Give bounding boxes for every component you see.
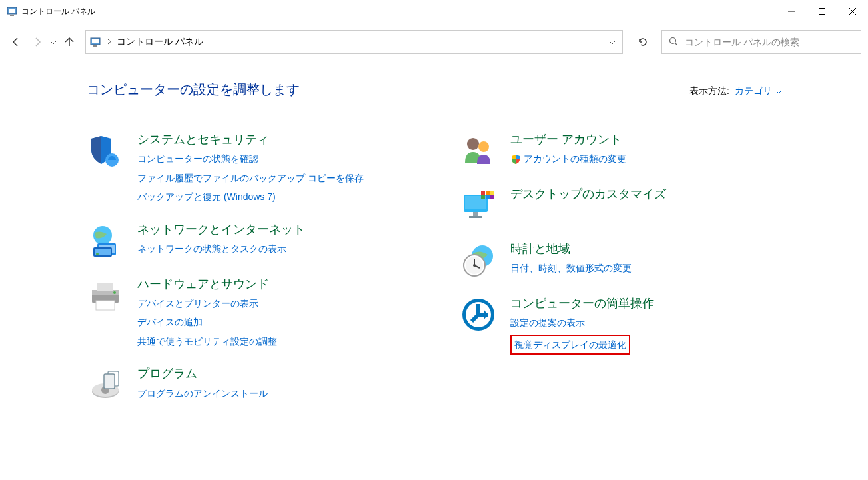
search-input[interactable] [685, 37, 861, 47]
category-programs: プログラム プログラムのアンインストール [87, 366, 406, 403]
category-column-right: ユーザー アカウント アカウントの種類の変更 デスクトップのカスタマイズ [460, 132, 779, 403]
category-link[interactable]: 共通で使うモビリティ設定の調整 [137, 334, 277, 349]
category-network: ネットワークとインターネット ネットワークの状態とタスクの表示 [87, 222, 406, 259]
maximize-button[interactable] [807, 0, 837, 23]
svg-point-46 [473, 264, 476, 267]
window-controls [776, 0, 868, 23]
printer-icon[interactable] [87, 277, 124, 314]
category-ease-of-access: コンピューターの簡単操作 設定の提案の表示 視覚ディスプレイの最適化 [460, 296, 779, 355]
category-link[interactable]: デバイスの追加 [137, 315, 277, 329]
svg-rect-36 [486, 191, 490, 195]
control-panel-icon [90, 36, 102, 48]
svg-rect-2 [10, 15, 14, 16]
view-mode-label: 表示方法: [689, 85, 729, 97]
refresh-button[interactable] [631, 30, 655, 54]
shield-icon[interactable] [87, 132, 124, 169]
category-title[interactable]: ネットワークとインターネット [137, 222, 305, 237]
page-heading: コンピューターの設定を調整します [87, 81, 300, 99]
category-title[interactable]: ハードウェアとサウンド [137, 277, 277, 292]
category-link-label: アカウントの種類の変更 [524, 151, 626, 166]
minimize-button[interactable] [776, 0, 807, 23]
svg-point-30 [478, 141, 489, 152]
titlebar: コントロール パネル [0, 0, 868, 23]
breadcrumb-bar[interactable]: コントロール パネル [85, 30, 623, 54]
recent-locations-dropdown[interactable] [49, 35, 57, 49]
close-button[interactable] [837, 0, 868, 23]
page-header-row: コンピューターの設定を調整します 表示方法: カテゴリ [87, 81, 868, 99]
category-link[interactable]: ネットワークの状態とタスクの表示 [137, 241, 305, 256]
category-user-accounts: ユーザー アカウント アカウントの種類の変更 [460, 132, 779, 169]
svg-rect-9 [93, 45, 97, 47]
breadcrumb-dropdown-icon[interactable] [602, 35, 622, 50]
svg-rect-22 [96, 301, 115, 310]
uac-shield-icon [510, 154, 521, 165]
category-link[interactable]: プログラムのアンインストール [137, 386, 268, 401]
svg-rect-33 [473, 212, 478, 216]
category-link[interactable]: デバイスとプリンターの表示 [137, 296, 277, 311]
svg-rect-39 [486, 195, 490, 199]
category-column-left: システムとセキュリティ コンピューターの状態を確認 ファイル履歴でファイルのバッ… [87, 132, 406, 403]
navbar: コントロール パネル [0, 23, 868, 61]
svg-rect-34 [469, 216, 482, 218]
category-link[interactable]: コンピューターの状態を確認 [137, 151, 364, 166]
programs-icon[interactable] [87, 366, 124, 403]
svg-line-11 [675, 43, 678, 45]
svg-point-10 [670, 37, 676, 43]
category-title[interactable]: コンピューターの簡単操作 [510, 296, 654, 311]
search-icon [669, 37, 678, 48]
svg-rect-35 [481, 191, 485, 195]
category-link[interactable]: バックアップと復元 (Windows 7) [137, 189, 364, 204]
breadcrumb-sep-icon[interactable] [106, 39, 113, 46]
svg-rect-37 [490, 191, 494, 195]
window-title: コントロール パネル [21, 6, 95, 17]
svg-rect-4 [819, 9, 825, 15]
search-bar[interactable] [661, 30, 861, 54]
category-link[interactable]: 日付、時刻、数値形式の変更 [510, 261, 632, 275]
up-button[interactable] [60, 33, 79, 51]
view-mode-dropdown[interactable]: カテゴリ [735, 85, 781, 97]
svg-rect-28 [104, 374, 115, 389]
globe-network-icon[interactable] [87, 222, 124, 259]
control-panel-icon [7, 6, 17, 17]
svg-rect-8 [92, 39, 99, 43]
category-clock-region: 時計と地域 日付、時刻、数値形式の変更 [460, 241, 779, 279]
category-link[interactable]: ファイル履歴でファイルのバックアップ コピーを保存 [137, 171, 364, 185]
svg-point-29 [467, 138, 479, 150]
svg-rect-1 [9, 9, 15, 13]
category-link-highlighted[interactable]: 視覚ディスプレイの最適化 [510, 335, 630, 355]
category-title[interactable]: プログラム [137, 366, 268, 381]
category-title[interactable]: システムとセキュリティ [137, 132, 364, 147]
svg-rect-38 [481, 195, 485, 199]
ease-of-access-icon[interactable] [460, 296, 497, 333]
category-hardware-sound: ハードウェアとサウンド デバイスとプリンターの表示 デバイスの追加 共通で使うモ… [87, 277, 406, 349]
svg-rect-21 [97, 283, 113, 291]
category-title[interactable]: デスクトップのカスタマイズ [510, 187, 666, 202]
back-button[interactable] [7, 33, 25, 51]
view-mode: 表示方法: カテゴリ [689, 85, 781, 97]
content-area: コンピューターの設定を調整します 表示方法: カテゴリ システムとセキュリティ … [0, 61, 868, 417]
category-link[interactable]: 設定の提案の表示 [510, 315, 654, 330]
forward-button[interactable] [28, 33, 47, 51]
category-title[interactable]: ユーザー アカウント [510, 132, 626, 147]
category-link[interactable]: アカウントの種類の変更 [510, 151, 626, 166]
category-title[interactable]: 時計と地域 [510, 241, 632, 257]
user-accounts-icon[interactable] [460, 132, 497, 169]
svg-rect-40 [490, 195, 494, 199]
svg-point-18 [96, 253, 99, 255]
desktop-customize-icon[interactable] [460, 187, 497, 224]
category-desktop-customize: デスクトップのカスタマイズ [460, 187, 779, 224]
breadcrumb-current[interactable]: コントロール パネル [113, 33, 207, 51]
svg-point-23 [113, 291, 116, 294]
chevron-down-icon [776, 88, 781, 95]
view-mode-value: カテゴリ [735, 85, 772, 97]
category-grid: システムとセキュリティ コンピューターの状態を確認 ファイル履歴でファイルのバッ… [87, 132, 868, 403]
category-system-security: システムとセキュリティ コンピューターの状態を確認 ファイル履歴でファイルのバッ… [87, 132, 406, 205]
clock-globe-icon[interactable] [460, 241, 497, 279]
